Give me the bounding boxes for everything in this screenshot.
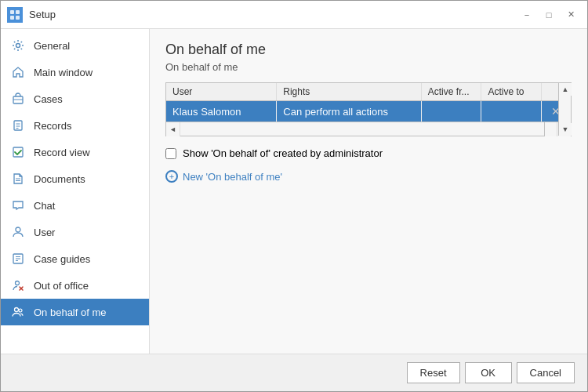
svg-rect-3 bbox=[16, 16, 20, 20]
sidebar-item-records[interactable]: Records bbox=[1, 112, 149, 139]
col-header-active-to: Active to bbox=[481, 83, 542, 101]
window-controls: − □ ✕ bbox=[517, 5, 581, 25]
on-behalf-table: User Rights Active fr... Active to Klaus… bbox=[166, 83, 571, 122]
svg-point-22 bbox=[15, 308, 19, 312]
svg-point-19 bbox=[16, 281, 20, 285]
svg-point-14 bbox=[16, 227, 20, 232]
sidebar-item-record-view[interactable]: Record view bbox=[1, 139, 149, 165]
cell-user: Klaus Salomon bbox=[166, 101, 277, 122]
table-bottom-bar: ◄ ► bbox=[166, 122, 571, 136]
cell-rights: Can perform all actions bbox=[277, 101, 422, 122]
window-title: Setup bbox=[29, 9, 517, 20]
sidebar-item-general[interactable]: General bbox=[1, 32, 149, 59]
page-subtitle: On behalf of me bbox=[165, 61, 572, 73]
briefcase-icon bbox=[10, 91, 26, 107]
sidebar-label-case-guides: Case guides bbox=[34, 253, 90, 265]
svg-rect-2 bbox=[10, 16, 14, 20]
show-created-by-admin-row: Show 'On behalf of' created by administr… bbox=[165, 147, 572, 159]
show-admin-label: Show 'On behalf of' created by administr… bbox=[183, 147, 383, 159]
window-content: General Main window bbox=[1, 29, 587, 354]
reset-button[interactable]: Reset bbox=[407, 362, 460, 383]
on-behalf-table-container: User Rights Active fr... Active to Klaus… bbox=[165, 82, 572, 136]
sidebar-label-user: User bbox=[34, 227, 55, 238]
cell-active-to bbox=[481, 101, 542, 122]
svg-rect-1 bbox=[16, 10, 20, 14]
sidebar-item-documents[interactable]: Documents bbox=[1, 165, 149, 192]
check-icon bbox=[10, 144, 26, 160]
show-admin-checkbox[interactable] bbox=[165, 148, 176, 159]
setup-window: Setup − □ ✕ General bbox=[0, 0, 588, 392]
sidebar-item-on-behalf-of-me[interactable]: On behalf of me bbox=[1, 299, 149, 325]
table-row[interactable]: Klaus Salomon Can perform all actions ✕ bbox=[166, 101, 571, 122]
sidebar-label-cases: Cases bbox=[34, 93, 63, 105]
home-icon bbox=[10, 64, 26, 80]
sidebar-label-on-behalf-of-me: On behalf of me bbox=[34, 307, 107, 318]
plus-circle-icon: + bbox=[165, 170, 178, 183]
svg-rect-0 bbox=[10, 10, 14, 14]
case-guides-icon bbox=[10, 251, 26, 267]
maximize-button[interactable]: □ bbox=[539, 5, 559, 25]
svg-point-23 bbox=[19, 309, 22, 312]
sidebar-label-records: Records bbox=[34, 120, 71, 132]
cancel-button[interactable]: Cancel bbox=[517, 362, 575, 383]
scroll-track bbox=[559, 96, 571, 123]
scroll-down-button[interactable]: ▼ bbox=[559, 123, 572, 136]
sidebar-label-documents: Documents bbox=[34, 173, 85, 185]
scroll-corner bbox=[544, 122, 557, 136]
sidebar-label-general: General bbox=[34, 40, 70, 52]
records-icon bbox=[10, 118, 26, 133]
table-scroll-right: ▲ ▼ bbox=[558, 83, 571, 136]
on-behalf-icon bbox=[10, 304, 26, 320]
ok-button[interactable]: OK bbox=[465, 362, 512, 383]
chat-icon bbox=[10, 198, 26, 213]
new-link-label: New 'On behalf of me' bbox=[183, 171, 282, 183]
close-button[interactable]: ✕ bbox=[561, 5, 581, 25]
sidebar-label-out-of-office: Out of office bbox=[34, 280, 89, 292]
col-header-active-from: Active fr... bbox=[421, 83, 481, 101]
sidebar-label-main-window: Main window bbox=[34, 67, 93, 78]
scroll-left-button[interactable]: ◄ bbox=[166, 122, 180, 136]
col-header-rights: Rights bbox=[277, 83, 422, 101]
user-icon bbox=[10, 224, 26, 240]
footer: Reset OK Cancel bbox=[1, 354, 587, 391]
sidebar-label-record-view: Record view bbox=[34, 147, 90, 158]
sidebar-item-cases[interactable]: Cases bbox=[1, 85, 149, 112]
out-of-office-icon bbox=[10, 278, 26, 293]
main-panel: On behalf of me On behalf of me User Rig… bbox=[150, 29, 587, 354]
scroll-up-button[interactable]: ▲ bbox=[559, 83, 572, 96]
sidebar-item-user[interactable]: User bbox=[1, 219, 149, 245]
col-header-user: User bbox=[166, 83, 277, 101]
svg-rect-7 bbox=[14, 121, 22, 130]
svg-point-4 bbox=[16, 44, 20, 48]
sidebar: General Main window bbox=[1, 29, 150, 354]
page-title: On behalf of me bbox=[165, 42, 572, 58]
sidebar-item-chat[interactable]: Chat bbox=[1, 192, 149, 219]
sidebar-item-out-of-office[interactable]: Out of office bbox=[1, 272, 149, 299]
titlebar: Setup − □ ✕ bbox=[1, 1, 587, 29]
documents-icon bbox=[10, 171, 26, 187]
cell-active-from bbox=[421, 101, 481, 122]
sidebar-item-case-guides[interactable]: Case guides bbox=[1, 245, 149, 272]
new-on-behalf-link[interactable]: + New 'On behalf of me' bbox=[165, 170, 572, 183]
sidebar-label-chat: Chat bbox=[34, 200, 55, 212]
gear-icon bbox=[10, 38, 26, 53]
window-icon bbox=[7, 7, 23, 23]
minimize-button[interactable]: − bbox=[517, 5, 537, 25]
sidebar-item-main-window[interactable]: Main window bbox=[1, 59, 149, 85]
